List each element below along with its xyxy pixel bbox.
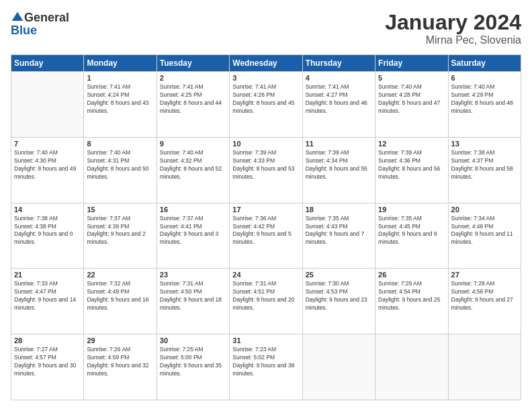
day-number: 14 — [14, 205, 81, 214]
calendar-cell: 31Sunrise: 7:23 AMSunset: 5:02 PMDayligh… — [230, 334, 302, 400]
day-number: 4 — [306, 74, 372, 82]
day-info: Sunrise: 7:30 AMSunset: 4:53 PMDaylight:… — [306, 280, 372, 312]
calendar-cell: 23Sunrise: 7:31 AMSunset: 4:50 PMDayligh… — [157, 269, 229, 334]
week-row-2: 14Sunrise: 7:38 AMSunset: 4:38 PMDayligh… — [11, 203, 521, 269]
day-info: Sunrise: 7:40 AMSunset: 4:32 PMDaylight:… — [160, 149, 226, 181]
day-number: 17 — [232, 205, 299, 214]
weekday-header-row: SundayMondayTuesdayWednesdayThursdayFrid… — [11, 55, 521, 72]
day-info: Sunrise: 7:27 AMSunset: 4:57 PMDaylight:… — [14, 346, 81, 378]
day-number: 2 — [160, 74, 226, 82]
day-number: 15 — [87, 205, 153, 214]
day-number: 23 — [160, 271, 226, 279]
calendar-cell: 13Sunrise: 7:38 AMSunset: 4:37 PMDayligh… — [448, 137, 521, 203]
calendar-cell: 27Sunrise: 7:28 AMSunset: 4:56 PMDayligh… — [448, 269, 521, 334]
weekday-header-tuesday: Tuesday — [157, 55, 229, 72]
weekday-header-wednesday: Wednesday — [230, 55, 302, 72]
calendar-cell: 4Sunrise: 7:41 AMSunset: 4:27 PMDaylight… — [302, 72, 375, 138]
day-info: Sunrise: 7:41 AMSunset: 4:26 PMDaylight:… — [232, 83, 299, 116]
weekday-header-saturday: Saturday — [448, 55, 521, 72]
calendar-cell: 12Sunrise: 7:39 AMSunset: 4:36 PMDayligh… — [375, 137, 448, 203]
calendar-cell: 14Sunrise: 7:38 AMSunset: 4:38 PMDayligh… — [11, 203, 84, 269]
calendar-cell: 17Sunrise: 7:36 AMSunset: 4:42 PMDayligh… — [230, 203, 302, 269]
day-info: Sunrise: 7:31 AMSunset: 4:51 PMDaylight:… — [232, 280, 299, 312]
title-section: January 2024 Mirna Pec, Slovenia — [385, 11, 521, 46]
calendar-cell: 9Sunrise: 7:40 AMSunset: 4:32 PMDaylight… — [157, 137, 229, 203]
calendar-table: SundayMondayTuesdayWednesdayThursdayFrid… — [11, 54, 521, 400]
logo-blue: Blue — [11, 24, 37, 36]
day-number: 19 — [378, 205, 445, 214]
calendar-cell: 2Sunrise: 7:41 AMSunset: 4:25 PMDaylight… — [157, 72, 229, 138]
calendar-cell: 21Sunrise: 7:33 AMSunset: 4:47 PMDayligh… — [11, 269, 84, 334]
day-number: 26 — [378, 271, 445, 279]
day-number: 25 — [306, 271, 372, 279]
week-row-1: 7Sunrise: 7:40 AMSunset: 4:30 PMDaylight… — [11, 137, 521, 203]
day-info: Sunrise: 7:33 AMSunset: 4:47 PMDaylight:… — [14, 280, 81, 312]
day-info: Sunrise: 7:40 AMSunset: 4:28 PMDaylight:… — [378, 83, 445, 116]
calendar-cell: 20Sunrise: 7:34 AMSunset: 4:46 PMDayligh… — [448, 203, 521, 269]
day-info: Sunrise: 7:39 AMSunset: 4:34 PMDaylight:… — [306, 149, 372, 181]
day-info: Sunrise: 7:39 AMSunset: 4:36 PMDaylight:… — [378, 149, 445, 181]
logo: General Blue — [11, 11, 69, 36]
calendar-cell — [302, 334, 375, 400]
svg-marker-0 — [12, 12, 24, 21]
day-info: Sunrise: 7:32 AMSunset: 4:49 PMDaylight:… — [87, 280, 153, 312]
day-info: Sunrise: 7:37 AMSunset: 4:41 PMDaylight:… — [160, 215, 226, 247]
day-number: 22 — [87, 271, 153, 279]
calendar-cell: 30Sunrise: 7:25 AMSunset: 5:00 PMDayligh… — [157, 334, 229, 400]
day-number: 16 — [160, 205, 226, 214]
calendar-cell: 26Sunrise: 7:29 AMSunset: 4:54 PMDayligh… — [375, 269, 448, 334]
weekday-header-thursday: Thursday — [302, 55, 375, 72]
day-number: 6 — [451, 74, 518, 82]
calendar-cell: 28Sunrise: 7:27 AMSunset: 4:57 PMDayligh… — [11, 334, 84, 400]
calendar-cell: 8Sunrise: 7:40 AMSunset: 4:31 PMDaylight… — [84, 137, 157, 203]
calendar-cell: 5Sunrise: 7:40 AMSunset: 4:28 PMDaylight… — [375, 72, 448, 138]
day-number: 3 — [232, 74, 299, 82]
day-info: Sunrise: 7:39 AMSunset: 4:33 PMDaylight:… — [232, 149, 299, 181]
calendar-cell: 11Sunrise: 7:39 AMSunset: 4:34 PMDayligh… — [302, 137, 375, 203]
calendar-subtitle: Mirna Pec, Slovenia — [385, 34, 521, 46]
day-number: 12 — [378, 140, 445, 148]
day-info: Sunrise: 7:35 AMSunset: 4:43 PMDaylight:… — [306, 215, 372, 247]
day-number: 1 — [87, 74, 153, 82]
day-info: Sunrise: 7:35 AMSunset: 4:45 PMDaylight:… — [378, 215, 445, 247]
calendar-cell: 18Sunrise: 7:35 AMSunset: 4:43 PMDayligh… — [302, 203, 375, 269]
calendar-cell: 29Sunrise: 7:26 AMSunset: 4:59 PMDayligh… — [84, 334, 157, 400]
day-info: Sunrise: 7:23 AMSunset: 5:02 PMDaylight:… — [232, 346, 299, 378]
calendar-cell: 6Sunrise: 7:40 AMSunset: 4:29 PMDaylight… — [448, 72, 521, 138]
day-number: 31 — [232, 336, 299, 345]
calendar-cell: 25Sunrise: 7:30 AMSunset: 4:53 PMDayligh… — [302, 269, 375, 334]
day-number: 30 — [160, 336, 226, 345]
calendar-cell: 24Sunrise: 7:31 AMSunset: 4:51 PMDayligh… — [230, 269, 302, 334]
day-info: Sunrise: 7:38 AMSunset: 4:38 PMDaylight:… — [14, 215, 81, 247]
weekday-header-sunday: Sunday — [11, 55, 84, 72]
day-info: Sunrise: 7:31 AMSunset: 4:50 PMDaylight:… — [160, 280, 226, 312]
week-row-4: 28Sunrise: 7:27 AMSunset: 4:57 PMDayligh… — [11, 334, 521, 400]
day-info: Sunrise: 7:36 AMSunset: 4:42 PMDaylight:… — [232, 215, 299, 247]
day-number: 9 — [160, 140, 226, 148]
day-info: Sunrise: 7:34 AMSunset: 4:46 PMDaylight:… — [451, 215, 518, 247]
weekday-header-friday: Friday — [375, 55, 448, 72]
day-info: Sunrise: 7:37 AMSunset: 4:39 PMDaylight:… — [87, 215, 153, 247]
calendar-cell: 1Sunrise: 7:41 AMSunset: 4:24 PMDaylight… — [84, 72, 157, 138]
logo-general: General — [24, 11, 69, 24]
calendar-cell: 22Sunrise: 7:32 AMSunset: 4:49 PMDayligh… — [84, 269, 157, 334]
logo-icon — [11, 11, 24, 24]
day-info: Sunrise: 7:38 AMSunset: 4:37 PMDaylight:… — [451, 149, 518, 181]
day-number: 18 — [306, 205, 372, 214]
calendar-title: January 2024 — [385, 11, 521, 34]
day-number: 20 — [451, 205, 518, 214]
week-row-0: 1Sunrise: 7:41 AMSunset: 4:24 PMDaylight… — [11, 72, 521, 138]
calendar-cell: 16Sunrise: 7:37 AMSunset: 4:41 PMDayligh… — [157, 203, 229, 269]
day-number: 13 — [451, 140, 518, 148]
day-number: 28 — [14, 336, 81, 345]
day-info: Sunrise: 7:41 AMSunset: 4:27 PMDaylight:… — [306, 83, 372, 116]
day-info: Sunrise: 7:26 AMSunset: 4:59 PMDaylight:… — [87, 346, 153, 378]
calendar-cell — [375, 334, 448, 400]
day-info: Sunrise: 7:41 AMSunset: 4:24 PMDaylight:… — [87, 83, 153, 116]
week-row-3: 21Sunrise: 7:33 AMSunset: 4:47 PMDayligh… — [11, 269, 521, 334]
day-info: Sunrise: 7:40 AMSunset: 4:29 PMDaylight:… — [451, 83, 518, 116]
day-number: 24 — [232, 271, 299, 279]
header: General Blue January 2024 Mirna Pec, Slo… — [11, 11, 521, 46]
day-info: Sunrise: 7:25 AMSunset: 5:00 PMDaylight:… — [160, 346, 226, 378]
day-info: Sunrise: 7:40 AMSunset: 4:31 PMDaylight:… — [87, 149, 153, 181]
